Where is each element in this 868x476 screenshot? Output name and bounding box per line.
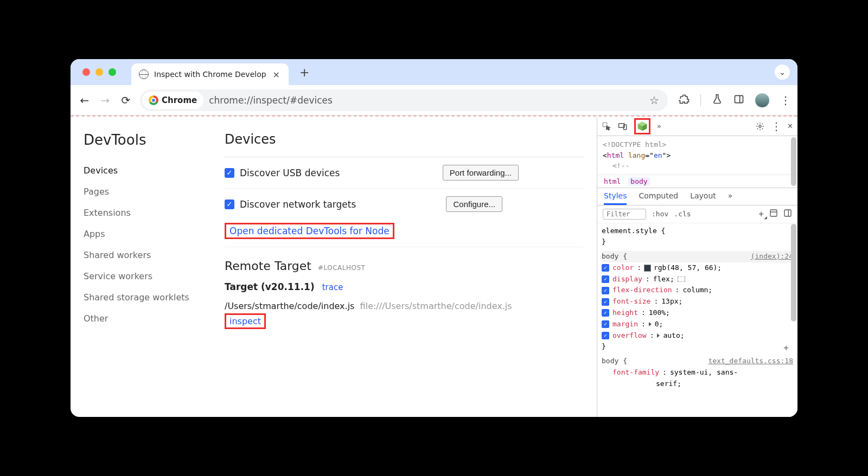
rule-source-link[interactable]: text_defaults.css:18	[708, 356, 793, 367]
prop-overflow[interactable]: ✓ overflow: auto;	[602, 330, 793, 342]
tab-styles[interactable]: Styles	[604, 191, 627, 205]
back-button[interactable]: ←	[78, 94, 91, 107]
prop-toggle[interactable]: ✓	[602, 287, 609, 294]
prop-font-family-cont: serif;	[602, 378, 793, 390]
chrome-menu-icon[interactable]: ⋮	[780, 94, 790, 107]
devtools-toolbar: » ⋮ ✕	[597, 117, 797, 136]
tab-computed[interactable]: Computed	[639, 191, 678, 205]
prop-font-family[interactable]: font-family: system-ui, sans-	[602, 367, 793, 378]
hov-toggle[interactable]: :hov	[652, 210, 668, 218]
site-chip-label: Chrome	[162, 95, 197, 105]
dom-tree[interactable]: <!DOCTYPE html> <html lang="en"> <!--	[597, 136, 797, 175]
prop-toggle[interactable]: ✓	[602, 320, 609, 328]
prop-toggle[interactable]: ✓	[602, 275, 609, 283]
star-icon[interactable]: ☆	[649, 94, 659, 107]
sidebar-item-apps[interactable]: Apps	[84, 223, 208, 245]
dom-html-element[interactable]: <html lang="en">	[603, 150, 792, 161]
settings-icon[interactable]	[756, 122, 764, 131]
prop-toggle[interactable]: ✓	[602, 309, 609, 317]
labs-icon[interactable]	[712, 94, 723, 107]
page-title: DevTools	[84, 132, 208, 148]
styles-filter-input[interactable]	[603, 209, 646, 220]
color-swatch-icon[interactable]	[644, 265, 650, 271]
svg-rect-0	[735, 95, 743, 102]
url-text: chrome://inspect/#devices	[209, 95, 333, 106]
profile-avatar[interactable]	[755, 93, 769, 107]
tab-layout[interactable]: Layout	[690, 191, 716, 205]
scroll-thumb[interactable]	[791, 224, 796, 321]
network-checkbox[interactable]: ✓	[225, 200, 234, 209]
prop-height[interactable]: ✓ height: 100%;	[602, 307, 793, 319]
expand-icon[interactable]	[657, 333, 660, 338]
expand-icon[interactable]	[649, 322, 652, 326]
prop-toggle[interactable]: ✓	[602, 298, 609, 306]
rule-element-style[interactable]: element.style {	[602, 226, 793, 237]
browser-tab[interactable]: Inspect with Chrome Develop ×	[131, 63, 289, 85]
network-checkbox-label: Discover network targets	[240, 199, 356, 210]
sidebar-item-extensions[interactable]: Extensions	[84, 202, 208, 223]
breadcrumb-body[interactable]: body	[628, 177, 649, 185]
chrome-logo-icon	[149, 95, 158, 105]
devtools-close-icon[interactable]: ✕	[787, 122, 793, 130]
rule-source-link[interactable]: (index):24	[751, 251, 793, 262]
device-toggle-icon[interactable]	[618, 121, 628, 131]
inspect-element-icon[interactable]	[602, 121, 611, 131]
section-heading-devices: Devices	[225, 132, 584, 147]
prop-font-size[interactable]: ✓ font-size: 13px;	[602, 296, 793, 307]
sidebar-item-pages[interactable]: Pages	[84, 181, 208, 202]
cls-toggle[interactable]: .cls	[674, 210, 691, 218]
prop-margin[interactable]: ✓ margin: 0;	[602, 319, 793, 330]
usb-checkbox[interactable]: ✓	[225, 168, 234, 178]
window-minimize-icon[interactable]	[95, 68, 103, 76]
style-rules[interactable]: element.style { } body { (index):24 ✓ co…	[597, 223, 797, 392]
sidebar-item-devices[interactable]: Devices	[71, 160, 208, 181]
tab-overflow-icon[interactable]: »	[728, 191, 733, 205]
node-devtools-link[interactable]: Open dedicated DevTools for Node	[229, 226, 390, 236]
target-name: Target (v20.11.1)	[225, 281, 315, 292]
configure-button[interactable]: Configure...	[446, 196, 502, 212]
scroll-thumb[interactable]	[791, 137, 796, 186]
tab-title: Inspect with Chrome Develop	[154, 70, 266, 79]
tabs-dropdown-button[interactable]: ⌄	[775, 65, 790, 80]
port-forwarding-button[interactable]: Port forwarding...	[443, 165, 519, 181]
breadcrumb-html[interactable]: html	[604, 177, 621, 185]
prop-display[interactable]: ✓ display: flex;	[602, 274, 793, 285]
sidebar-item-service-workers[interactable]: Service workers	[84, 266, 208, 287]
devtools-menu-icon[interactable]: ⋮	[771, 120, 781, 133]
styles-toolbar: :hov .cls +◢	[597, 205, 797, 223]
rule-selector-body[interactable]: body {	[602, 251, 627, 262]
reload-button[interactable]: ⟳	[119, 94, 132, 107]
remote-tag: #LOCALHOST	[318, 264, 365, 272]
window-maximize-icon[interactable]	[108, 68, 116, 76]
window-controls	[82, 68, 116, 76]
inspect-link[interactable]: inspect	[229, 316, 261, 326]
sidebar-item-shared-workers[interactable]: Shared workers	[84, 245, 208, 266]
side-panel-icon[interactable]	[733, 94, 744, 107]
svg-rect-8	[770, 210, 777, 216]
new-tab-button[interactable]: +	[299, 66, 309, 79]
node-icon[interactable]	[637, 121, 648, 132]
add-property-icon[interactable]: +	[783, 341, 789, 355]
prop-color[interactable]: ✓ color: rgb(48, 57, 66);	[602, 262, 793, 274]
omnibox[interactable]: Chrome chrome://inspect/#devices ☆	[140, 89, 668, 111]
tab-close-icon[interactable]: ×	[272, 69, 281, 80]
site-chip[interactable]: Chrome	[142, 92, 203, 109]
sidebar-item-other[interactable]: Other	[84, 308, 208, 329]
trace-link[interactable]: trace	[322, 282, 343, 292]
dom-comment: <!--	[603, 160, 792, 171]
toggle-common-icon[interactable]	[769, 209, 778, 219]
new-style-rule-icon[interactable]: +◢	[758, 209, 764, 219]
panel-overflow-icon[interactable]: »	[657, 122, 661, 130]
rule-selector-body-2[interactable]: body {	[602, 356, 627, 367]
sidebar: DevTools Devices Pages Extensions Apps S…	[84, 132, 208, 402]
flex-badge-icon[interactable]	[678, 276, 685, 282]
sidebar-item-shared-storage-worklets[interactable]: Shared storage worklets	[84, 287, 208, 308]
devtools-scrollbar[interactable]	[790, 137, 797, 417]
prop-flex-direction[interactable]: ✓ flex-direction: column;	[602, 285, 793, 296]
window-close-icon[interactable]	[82, 68, 90, 76]
prop-toggle[interactable]: ✓	[602, 264, 609, 272]
prop-toggle[interactable]: ✓	[602, 332, 609, 339]
extensions-icon[interactable]	[679, 94, 690, 107]
highlight-box: Open dedicated DevTools for Node	[225, 223, 394, 239]
forward-button[interactable]: →	[99, 94, 112, 107]
